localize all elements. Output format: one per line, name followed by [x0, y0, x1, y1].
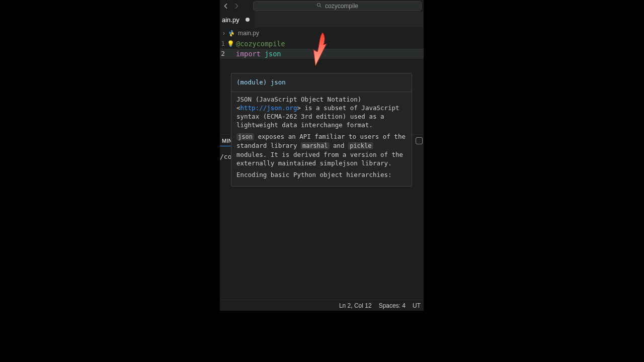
line-number: 2	[220, 49, 225, 59]
hover-text: and	[330, 142, 349, 149]
chevron-right-icon: ›	[223, 30, 225, 37]
nav-back-icon[interactable]	[222, 2, 229, 11]
hover-link[interactable]: http://json.org	[240, 104, 297, 112]
vscode-window: cozycompile ain.py › main.py 1 💡 @cozyco…	[220, 0, 424, 311]
code-chip: json	[236, 133, 254, 140]
status-bar: Ln 2, Col 12 Spaces: 4 UT	[220, 300, 424, 311]
svg-point-0	[317, 3, 320, 6]
breadcrumb[interactable]: › main.py	[220, 28, 424, 39]
module-token: json	[265, 50, 281, 58]
hover-text: modules. It is derived from a version of…	[236, 151, 403, 167]
status-encoding[interactable]: UT	[413, 302, 421, 309]
breadcrumb-file: main.py	[238, 30, 259, 37]
command-center[interactable]: cozycompile	[253, 1, 422, 11]
panel-action-icon[interactable]	[416, 137, 423, 144]
svg-line-1	[320, 6, 321, 8]
keyword-token: import	[236, 50, 265, 58]
code-chip: pickle	[348, 142, 373, 149]
tab-dirty-dot-icon	[246, 18, 250, 22]
search-icon	[316, 3, 322, 9]
tab-label: ain.py	[222, 16, 239, 24]
tab-main-py[interactable]: ain.py	[220, 12, 255, 28]
hover-tooltip[interactable]: (module) json JSON (JavaScript Object No…	[231, 73, 412, 187]
lightbulb-icon[interactable]: 💡	[225, 39, 236, 49]
code-line-1[interactable]: 1 💡 @cozycompile	[220, 39, 424, 49]
python-file-icon	[228, 30, 235, 37]
status-cursor-pos[interactable]: Ln 2, Col 12	[339, 302, 372, 309]
code-line-2[interactable]: 2 import json	[220, 49, 424, 59]
hover-signature: (module) json	[231, 73, 412, 92]
tab-bar: ain.py	[220, 12, 424, 28]
decorator-token: @cozycompile	[236, 40, 285, 48]
status-spaces[interactable]: Spaces: 4	[379, 302, 406, 309]
code-editor[interactable]: 1 💡 @cozycompile 2 import json	[220, 39, 424, 59]
hover-body: JSON (JavaScript Object Notation) <http:…	[231, 92, 412, 186]
line-number: 1	[220, 39, 225, 49]
nav-forward-icon[interactable]	[232, 2, 240, 11]
titlebar: cozycompile	[220, 0, 424, 12]
search-text: cozycompile	[325, 3, 358, 10]
hover-text: Encoding basic Python object hierarchies…	[236, 170, 407, 179]
code-chip: marshal	[301, 142, 330, 149]
